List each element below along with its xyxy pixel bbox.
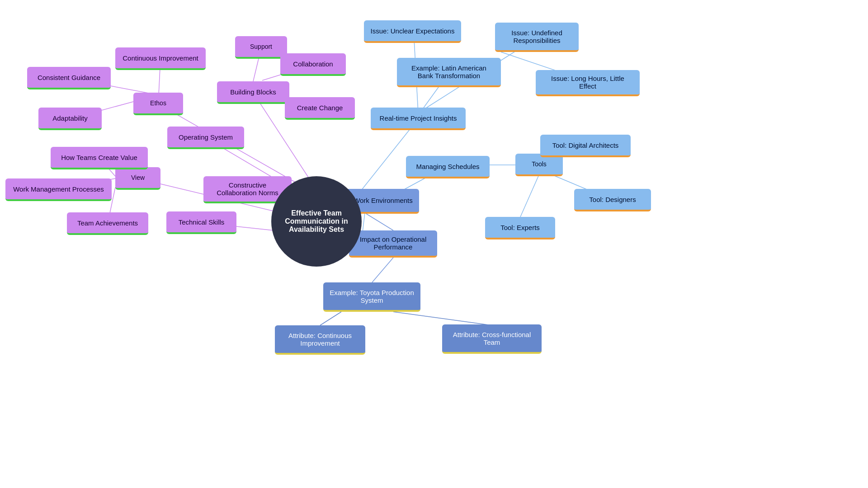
svg-line-27 — [372, 258, 393, 282]
svg-line-26 — [366, 214, 393, 230]
toolExperts-node[interactable]: Tool: Experts — [485, 217, 555, 239]
toolDesigners-node[interactable]: Tool: Designers — [574, 189, 651, 211]
ethos-node[interactable]: Ethos — [133, 93, 183, 115]
teamAchievements-node[interactable]: Team Achievements — [67, 212, 148, 235]
center-node: Effective Team Communication in Availabi… — [271, 176, 362, 267]
support-node[interactable]: Support — [235, 36, 287, 59]
managingSchedules-node[interactable]: Managing Schedules — [406, 156, 490, 178]
attributeContinuousImprovement-node[interactable]: Attribute: Continuous Improvement — [275, 325, 365, 355]
realTimeProjectInsights-node[interactable]: Real-time Project Insights — [371, 108, 466, 130]
attributeCrossFunctional-node[interactable]: Attribute: Cross-functional Team — [442, 324, 542, 354]
view-node[interactable]: View — [115, 167, 160, 190]
operatingSystem-node[interactable]: Operating System — [167, 127, 244, 149]
exampleToyota-node[interactable]: Example: Toyota Production System — [323, 282, 420, 312]
howTeamsCreateValue-node[interactable]: How Teams Create Value — [51, 147, 148, 169]
svg-line-29 — [393, 312, 492, 325]
issueUndefinedResponsibilities-node[interactable]: Issue: Undefined Responsibilities — [495, 23, 579, 52]
collaboration-node[interactable]: Collaboration — [280, 53, 346, 76]
adaptability-node[interactable]: Adaptability — [38, 108, 102, 130]
continuousImprovement-node[interactable]: Continuous Improvement — [115, 47, 206, 70]
impactOnOperational-node[interactable]: Impact on Operational Performance — [349, 230, 437, 258]
consistentGuidance-node[interactable]: Consistent Guidance — [27, 67, 111, 89]
exampleLatinAmericanBank-node[interactable]: Example: Latin American Bank Transformat… — [397, 58, 501, 87]
workManagementProcesses-node[interactable]: Work Management Processes — [5, 178, 112, 201]
buildingBlocks-node[interactable]: Building Blocks — [217, 81, 289, 104]
svg-line-25 — [520, 174, 539, 217]
toolDigitalArchitects-node[interactable]: Tool: Digital Architects — [540, 135, 631, 157]
createChange-node[interactable]: Create Change — [285, 97, 355, 120]
svg-line-28 — [320, 312, 341, 325]
issueLongHours-node[interactable]: Issue: Long Hours, Little Effect — [536, 70, 640, 96]
technicalSkills-node[interactable]: Technical Skills — [166, 211, 236, 234]
issueUnclearExpectations-node[interactable]: Issue: Unclear Expectations — [364, 20, 461, 43]
